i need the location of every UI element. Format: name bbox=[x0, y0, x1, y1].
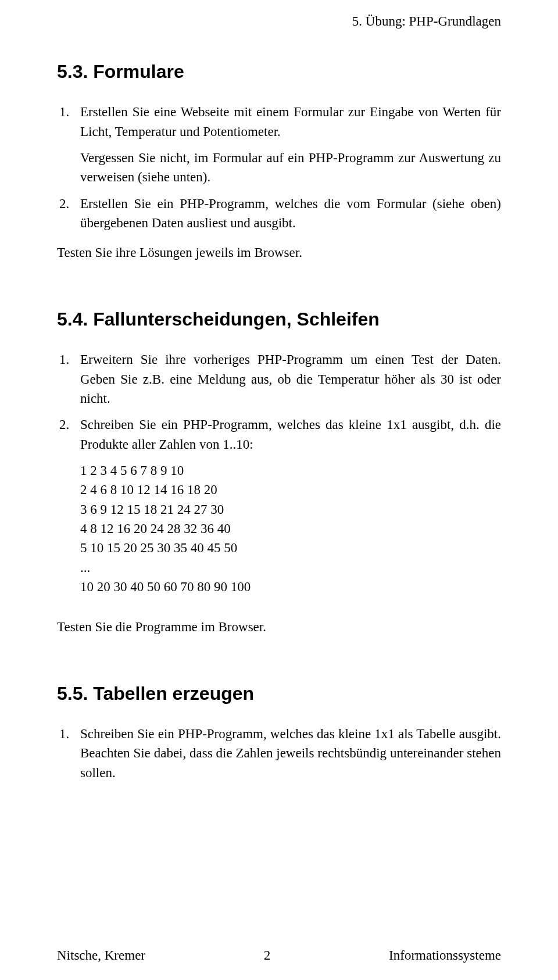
section-heading-5-4: 5.4. Fallunterscheidungen, Schleifen bbox=[57, 306, 501, 332]
list-item: 1. Schreiben Sie ein PHP-Programm, welch… bbox=[57, 724, 501, 782]
page-footer: Nitsche, Kremer 2 Informationssysteme bbox=[57, 946, 501, 965]
list-item: Vergessen Sie nicht, im Formular auf ein… bbox=[57, 148, 501, 187]
paragraph: Testen Sie ihre Lösungen jeweils im Brow… bbox=[57, 243, 501, 262]
list-item: 1. Erweitern Sie ihre vorheriges PHP-Pro… bbox=[57, 350, 501, 408]
list-item-text: Vergessen Sie nicht, im Formular auf ein… bbox=[80, 151, 501, 184]
paragraph: Testen Sie die Programme im Browser. bbox=[57, 617, 501, 636]
code-row: 1 2 3 4 5 6 7 8 9 10 bbox=[80, 461, 501, 480]
list-item: 2. Erstellen Sie ein PHP-Programm, welch… bbox=[57, 194, 501, 233]
list-item-text: Schreiben Sie ein PHP-Programm, welches … bbox=[80, 727, 501, 780]
page: 5. Übung: PHP-Grundlagen 5.3. Formulare … bbox=[0, 0, 558, 980]
section-heading-5-5: 5.5. Tabellen erzeugen bbox=[57, 680, 501, 707]
code-row: ... bbox=[80, 558, 501, 577]
code-row: 2 4 6 8 10 12 14 16 18 20 bbox=[80, 480, 501, 499]
list-item-number: 2. bbox=[59, 194, 69, 213]
code-row: 3 6 9 12 15 18 21 24 27 30 bbox=[80, 500, 501, 519]
section-heading-5-3: 5.3. Formulare bbox=[57, 58, 501, 85]
header-right: 5. Übung: PHP-Grundlagen bbox=[352, 12, 501, 31]
list-item: 1. Erstellen Sie eine Webseite mit einem… bbox=[57, 102, 501, 141]
list-item-text: Erstellen Sie ein PHP-Programm, welches … bbox=[80, 196, 501, 230]
list-item-text: Erstellen Sie eine Webseite mit einem Fo… bbox=[80, 105, 501, 138]
list-item-number: 1. bbox=[59, 102, 69, 121]
footer-right: Informationssysteme bbox=[389, 946, 501, 965]
list-5-5: 1. Schreiben Sie ein PHP-Programm, welch… bbox=[57, 724, 501, 782]
footer-left: Nitsche, Kremer bbox=[57, 946, 145, 965]
list-item-number: 1. bbox=[59, 350, 69, 369]
list-item: 2. Schreiben Sie ein PHP-Programm, welch… bbox=[57, 415, 501, 454]
code-row: 10 20 30 40 50 60 70 80 90 100 bbox=[80, 577, 501, 596]
list-5-3: 1. Erstellen Sie eine Webseite mit einem… bbox=[57, 102, 501, 233]
list-item-text: Schreiben Sie ein PHP-Programm, welches … bbox=[80, 417, 501, 451]
footer-center: 2 bbox=[264, 946, 271, 965]
list-item-number: 2. bbox=[59, 415, 69, 434]
code-block: 1 2 3 4 5 6 7 8 9 10 2 4 6 8 10 12 14 16… bbox=[80, 461, 501, 596]
code-row: 4 8 12 16 20 24 28 32 36 40 bbox=[80, 519, 501, 538]
list-item-number: 1. bbox=[59, 724, 69, 743]
list-item-text: Erweitern Sie ihre vorheriges PHP-Progra… bbox=[80, 352, 501, 406]
code-row: 5 10 15 20 25 30 35 40 45 50 bbox=[80, 538, 501, 557]
list-5-4: 1. Erweitern Sie ihre vorheriges PHP-Pro… bbox=[57, 350, 501, 454]
